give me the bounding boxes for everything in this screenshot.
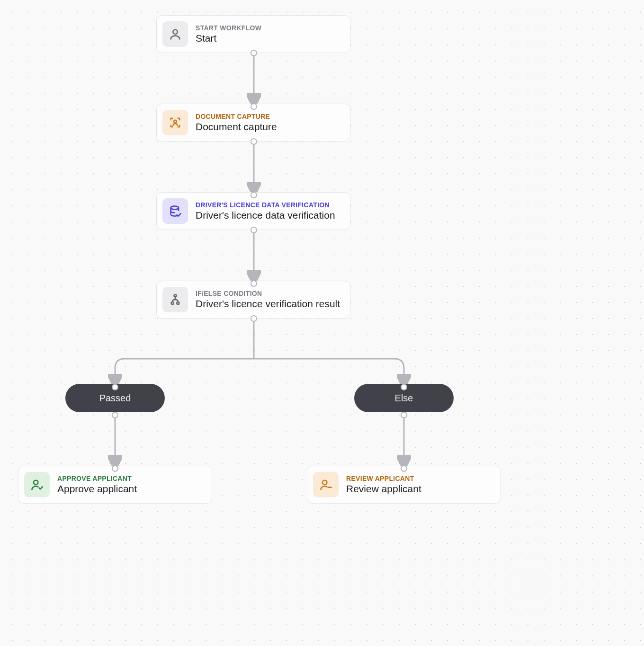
svg-point-14 [322, 480, 327, 485]
user-icon [162, 21, 188, 47]
port [112, 412, 118, 418]
node-start[interactable]: START WORKFLOW Start [156, 15, 350, 53]
user-check-icon [24, 472, 50, 497]
branch-label: Else [395, 393, 413, 404]
node-title: Approve applicant [57, 483, 137, 495]
port [250, 50, 257, 56]
svg-point-7 [174, 120, 177, 123]
node-subtitle: APPROVE APPLICANT [57, 475, 137, 482]
port [112, 465, 118, 472]
branch-icon [162, 287, 188, 312]
svg-point-11 [171, 302, 174, 304]
port [250, 192, 257, 198]
port [112, 384, 118, 390]
user-minus-icon [313, 472, 339, 497]
svg-point-8 [171, 206, 179, 210]
svg-point-13 [34, 480, 38, 485]
port [250, 103, 257, 110]
capture-icon [162, 110, 188, 135]
port [250, 315, 257, 322]
node-title: Driver's licence verification result [196, 298, 340, 310]
node-title: Driver's licence data verification [196, 210, 335, 221]
svg-point-12 [177, 302, 179, 304]
port [401, 465, 407, 472]
node-subtitle: START WORKFLOW [196, 24, 261, 32]
port [401, 384, 407, 390]
port [250, 227, 257, 233]
node-subtitle: DOCUMENT CAPTURE [196, 113, 277, 120]
port [250, 280, 257, 287]
database-check-icon [162, 198, 188, 224]
node-subtitle: DRIVER'S LICENCE DATA VERIFICATION [196, 201, 335, 209]
node-subtitle: IF/ELSE CONDITION [196, 290, 340, 297]
node-title: Review applicant [346, 483, 421, 495]
node-subtitle: REVIEW APPLICANT [346, 475, 421, 482]
branch-label: Passed [99, 393, 131, 404]
svg-point-6 [173, 30, 177, 34]
node-title: Start [196, 33, 261, 44]
port [250, 138, 257, 145]
port [401, 412, 407, 418]
node-title: Document capture [196, 121, 277, 133]
